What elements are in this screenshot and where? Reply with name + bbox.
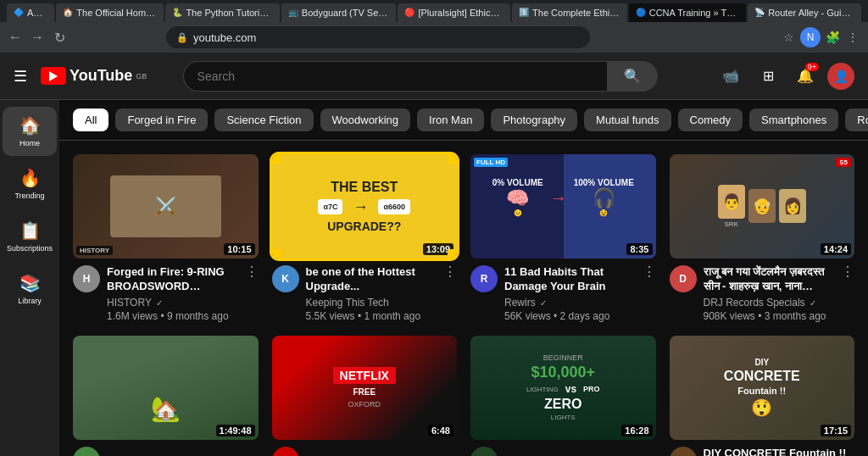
more-options-2[interactable]: ⋮	[443, 264, 457, 280]
tab-official[interactable]: 🏠 The Official Home...	[56, 3, 164, 22]
browser-menu-icon[interactable]: ⋮	[844, 29, 861, 46]
chip-forged-in-fire[interactable]: Forged in Fire	[115, 108, 208, 131]
tab-pluralsight[interactable]: 🔴 [Pluralsight] Ethical...	[398, 3, 510, 22]
sidebar-item-library[interactable]: 📚 Library	[3, 264, 57, 314]
chip-iron-man[interactable]: Iron Man	[417, 108, 484, 131]
forward-button[interactable]: →	[29, 29, 46, 46]
video-meta-1: Forged in Fire: 9-RING BROADSWORD SHATTE…	[107, 265, 238, 322]
address-bar[interactable]: 🔒 youtube.com	[166, 26, 590, 48]
video-grid-row2: 🏡 1:49:48 T NETFLIX FREE	[59, 336, 868, 456]
video-card-7[interactable]: BEGINNER $10,000+ LIGHTING vs PRO	[470, 336, 656, 456]
video-info-4: D राजू बन गया जेंटलमैन ज़बरदस्त सीन - शा…	[670, 259, 855, 322]
channel-avatar-3: R	[470, 265, 498, 292]
video-info-1: H Forged in Fire: 9-RING BROADSWORD SHAT…	[73, 259, 259, 322]
sidebar-item-subscriptions[interactable]: 📋 Subscriptions	[3, 212, 57, 261]
thumbnail-3: 0% VOLUME 🧠 😐 → 100% VOLUME 🎧 😵	[470, 154, 656, 259]
search-container: 🔍	[183, 61, 658, 92]
user-avatar[interactable]: 👤	[827, 63, 854, 90]
sidebar-item-trending[interactable]: 🔥 Trending	[3, 159, 57, 209]
browser-toolbar: ← → ↻ 🔒 youtube.com ☆ N 🧩 ⋮	[0, 22, 868, 53]
selection-handle-br	[448, 249, 457, 259]
video-title-8: DIY CONCRETE Fountain !!	[704, 447, 855, 456]
tab-label-python: The Python Tutorial...	[186, 8, 272, 18]
more-options-1[interactable]: ⋮	[245, 264, 259, 280]
create-video-icon[interactable]: 📹	[715, 61, 746, 92]
notification-badge: 9+	[805, 63, 819, 71]
video-meta-2: be one of the Hottest Upgrade... Keeping…	[306, 265, 437, 322]
video-card-3[interactable]: 0% VOLUME 🧠 😐 → 100% VOLUME 🎧 😵	[470, 154, 656, 322]
tab-label-router: Router Alley - Guides	[768, 8, 854, 18]
video-title-4: राजू बन गया जेंटलमैन ज़बरदस्त सीन - शाहर…	[704, 265, 835, 294]
video-info-7: B	[470, 440, 656, 456]
video-info-3: R 11 Bad Habits That Damage Your Brain R…	[470, 259, 656, 322]
library-icon: 📚	[19, 273, 41, 293]
tab-apps[interactable]: 🔷 Apps	[7, 3, 54, 22]
back-button[interactable]: ←	[7, 29, 24, 46]
search-input[interactable]	[183, 61, 607, 92]
chip-comedy[interactable]: Comedy	[678, 108, 743, 131]
video-info-2: K be one of the Hottest Upgrade... Keepi…	[272, 259, 458, 322]
duration-7: 16:28	[621, 425, 652, 437]
tab-router[interactable]: 📡 Router Alley - Guides	[748, 3, 861, 22]
more-options-3[interactable]: ⋮	[643, 264, 656, 280]
extension-icon[interactable]: 🧩	[824, 29, 841, 46]
selection-handle-tl	[272, 154, 281, 164]
channel-avatar-1: H	[73, 265, 100, 292]
history-badge: HISTORY	[76, 246, 113, 255]
tab-label-ethic: The Complete Ethic...	[532, 8, 620, 18]
subscriptions-icon: 📋	[19, 220, 41, 241]
video-title-2: be one of the Hottest Upgrade...	[306, 265, 437, 294]
tab-favicon-ccna: 🔵	[636, 8, 646, 18]
notifications-icon[interactable]: 🔔 9+	[790, 61, 821, 92]
chip-science-fiction[interactable]: Science Fiction	[214, 108, 313, 131]
refresh-button[interactable]: ↻	[51, 29, 68, 46]
chip-mutual-funds[interactable]: Mutual funds	[584, 108, 670, 131]
video-card-4[interactable]: 👨 SRK 👴 👩 S5 14:24	[670, 154, 855, 322]
duration-4: 14:24	[821, 243, 851, 255]
tab-bodyguard[interactable]: 📺 Bodyguard (TV Seri...	[281, 3, 397, 22]
verified-icon-1: ✓	[156, 298, 163, 308]
video-title-1: Forged in Fire: 9-RING BROADSWORD SHATTE…	[107, 265, 238, 294]
video-stats-3: 56K views • 2 days ago	[504, 310, 636, 322]
chip-all[interactable]: All	[73, 108, 108, 131]
sidebar-trending-label: Trending	[14, 192, 44, 200]
thumbnail-4: 👨 SRK 👴 👩 S5 14:24	[670, 154, 855, 259]
chip-woodworking[interactable]: Woodworking	[320, 108, 411, 131]
sidebar-home-label: Home	[19, 139, 40, 147]
sidebar-item-home[interactable]: 🏠 Home	[3, 107, 57, 156]
channel-name-4: DRJ Records Specials ✓	[704, 297, 835, 309]
sidebar-library-label: Library	[18, 297, 42, 305]
chip-smartphones[interactable]: Smartphones	[749, 108, 838, 131]
hamburger-menu-icon[interactable]: ☰	[14, 67, 27, 86]
apps-grid-icon[interactable]: ⊞	[753, 61, 783, 92]
video-info-5: T	[73, 440, 259, 456]
video-card-8[interactable]: DIY CONCRETE Fountain !! 😲 17:15 D DIY C…	[670, 336, 855, 456]
thumbnail-2: THE BEST α7C → α6600 UPGRADE?? 13:09	[272, 154, 458, 259]
lock-icon: 🔒	[176, 32, 188, 43]
tab-label-pluralsight: [Pluralsight] Ethical...	[418, 8, 504, 18]
video-stats-4: 908K views • 3 months ago	[704, 310, 835, 322]
tab-ethic[interactable]: 1️⃣ The Complete Ethic...	[512, 3, 627, 22]
video-grid-row1: ⚔️ HISTORY 10:15 H Forged in Fire: 9-RIN…	[59, 141, 868, 336]
video-card-2[interactable]: THE BEST α7C → α6600 UPGRADE?? 13:09	[272, 154, 458, 322]
video-card-5[interactable]: 🏡 1:49:48 T	[73, 336, 259, 456]
duration-8: 17:15	[821, 425, 851, 437]
chip-photography[interactable]: Photography	[491, 108, 577, 131]
tab-python[interactable]: 🐍 The Python Tutorial...	[165, 3, 279, 22]
profile-icon[interactable]: N	[800, 27, 821, 47]
bookmark-icon[interactable]: ☆	[780, 29, 797, 46]
video-card-1[interactable]: ⚔️ HISTORY 10:15 H Forged in Fire: 9-RIN…	[73, 154, 259, 322]
video-meta-7	[504, 447, 656, 456]
video-meta-4: राजू बन गया जेंटलमैन ज़बरदस्त सीन - शाहर…	[704, 265, 835, 322]
tab-ccna[interactable]: 🔵 CCNA Training » TC...	[629, 3, 746, 22]
search-button[interactable]: 🔍	[607, 61, 658, 92]
channel-avatar-5: T	[73, 447, 100, 456]
more-options-4[interactable]: ⋮	[841, 264, 854, 280]
sidebar-subscriptions-label: Subscriptions	[7, 244, 53, 253]
youtube-logo[interactable]: YouTubeGB	[41, 67, 147, 85]
chip-royal-enfield[interactable]: Royal Enfield Him...	[845, 108, 868, 131]
video-stats-2: 5.5K views • 1 month ago	[306, 310, 437, 322]
video-meta-8: DIY CONCRETE Fountain !!	[704, 447, 855, 456]
video-card-6[interactable]: NETFLIX FREE OXFORD 6:48 N	[272, 336, 458, 456]
duration-5: 1:49:48	[216, 425, 255, 437]
